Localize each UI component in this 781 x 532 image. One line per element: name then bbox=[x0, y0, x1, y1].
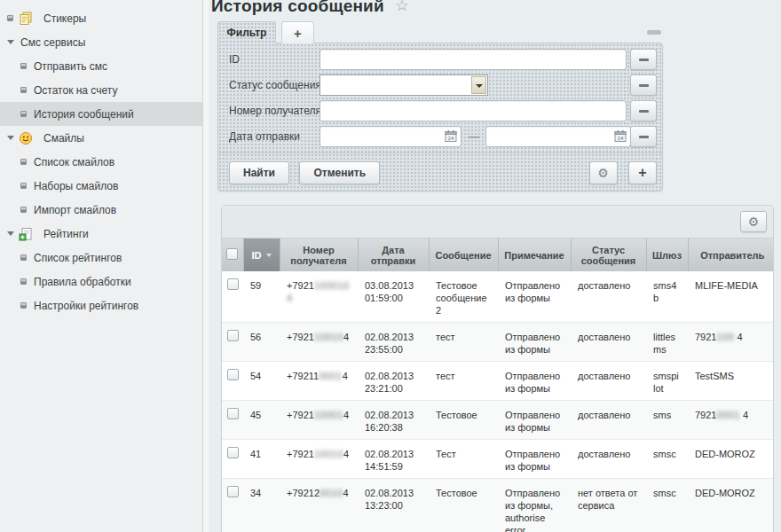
row-checkbox[interactable] bbox=[227, 330, 239, 341]
table-settings-gear-button[interactable]: ⚙ bbox=[740, 211, 767, 232]
obfuscated-digits: 0010 bbox=[320, 488, 343, 498]
field-label: Номер получателя bbox=[229, 100, 316, 117]
favorite-star-icon[interactable]: ☆ bbox=[395, 0, 408, 14]
column-header[interactable]: Статус сообщения bbox=[571, 239, 646, 271]
column-header[interactable]: Шлюз bbox=[646, 239, 688, 271]
cell-recipient: +7921100104 bbox=[280, 440, 358, 479]
cell-gateway: smsc bbox=[646, 440, 688, 479]
cell-checkbox bbox=[222, 323, 243, 362]
add-filter-tab-button[interactable]: + bbox=[281, 21, 314, 43]
plus-icon: + bbox=[638, 165, 646, 180]
sidebar-item[interactable]: Отправить смс bbox=[0, 54, 202, 78]
cell-message: Тестовое bbox=[429, 401, 498, 440]
sidebar-item-label: Импорт смайлов bbox=[34, 204, 116, 216]
cell-sender: DED-MOROZ bbox=[688, 440, 774, 479]
bullet-icon bbox=[20, 301, 28, 309]
cell-note: Отправлено из формы bbox=[498, 362, 571, 401]
date-from-wrap: 24 bbox=[320, 126, 462, 147]
expand-arrow-icon bbox=[7, 230, 15, 238]
column-header[interactable]: ID bbox=[243, 239, 280, 271]
select-all-checkbox[interactable] bbox=[226, 248, 238, 260]
sidebar-item[interactable]: Импорт смайлов bbox=[0, 198, 202, 222]
recipient-number-input[interactable] bbox=[320, 100, 627, 121]
ratings-icon bbox=[19, 227, 33, 241]
cell-date: 03.08.2013 01:59:00 bbox=[358, 271, 429, 323]
column-header[interactable]: Дата отправки bbox=[358, 239, 429, 271]
cell-checkbox bbox=[222, 362, 243, 401]
sidebar-item[interactable]: Рейтинги bbox=[0, 222, 202, 246]
cell-recipient: +7921100014 bbox=[280, 362, 358, 401]
cell-gateway: sms4b bbox=[646, 271, 688, 323]
sidebar-item-label: Список рейтингов bbox=[34, 252, 122, 264]
calendar-icon[interactable]: 24 bbox=[614, 129, 627, 143]
sidebar-item[interactable]: История сообщений bbox=[0, 102, 202, 126]
row-checkbox[interactable] bbox=[227, 486, 239, 497]
cell-gateway: sms bbox=[646, 401, 688, 440]
table-row[interactable]: 45 +7921100014 02.08.2013 16:20:38 Тесто… bbox=[222, 401, 774, 440]
sidebar-item-label: Отправить смс bbox=[34, 60, 107, 73]
messages-table-card: ⚙ IDНомер получателяДата отправкиСообщен… bbox=[221, 205, 774, 532]
sidebar-item[interactable]: Остаток на счету bbox=[0, 78, 202, 102]
filter-row-status: Статус сообщения bbox=[229, 74, 662, 96]
remove-filter-button[interactable] bbox=[630, 100, 657, 121]
cell-date: 02.08.2013 13:23:00 bbox=[358, 479, 429, 532]
row-checkbox[interactable] bbox=[227, 369, 239, 380]
collapse-panel-handle[interactable] bbox=[647, 30, 661, 35]
sidebar-item[interactable]: Правила обработки bbox=[0, 270, 202, 293]
column-header[interactable]: Отправитель bbox=[688, 239, 774, 271]
cell-recipient: +79211000104 bbox=[280, 271, 358, 323]
sidebar-item[interactable]: Стикеры bbox=[0, 6, 202, 30]
table-row[interactable]: 56 +7921100104 02.08.2013 23:55:00 тест … bbox=[222, 323, 774, 362]
sidebar-item[interactable]: Список смайлов bbox=[0, 150, 202, 174]
date-to-input[interactable] bbox=[485, 126, 631, 147]
sidebar-item-label: Смс сервисы bbox=[20, 36, 85, 49]
table-row[interactable]: 54 +7921100014 02.08.2013 23:21:00 тест … bbox=[222, 362, 774, 401]
cancel-button[interactable]: Отменить bbox=[299, 161, 380, 184]
remove-filter-button[interactable] bbox=[630, 74, 657, 96]
row-checkbox[interactable] bbox=[227, 278, 239, 290]
stickers-icon bbox=[19, 12, 33, 26]
calendar-icon[interactable]: 24 bbox=[445, 129, 458, 143]
smileys-icon bbox=[19, 131, 33, 145]
page-head: История сообщений ☆ bbox=[211, 0, 409, 16]
field-label: Дата отправки bbox=[229, 126, 316, 143]
date-from-input[interactable] bbox=[320, 126, 462, 147]
tab-filter[interactable]: Фильтр bbox=[217, 21, 276, 43]
remove-filter-button[interactable] bbox=[630, 49, 657, 70]
field-label: ID bbox=[229, 49, 316, 66]
cell-gateway: littlesms bbox=[646, 323, 688, 362]
select-dropdown-arrow-icon[interactable] bbox=[471, 76, 486, 94]
cell-id: 34 bbox=[243, 479, 280, 532]
svg-text:24: 24 bbox=[618, 136, 624, 141]
main-content: История сообщений ☆ Фильтр + ID Статус с… bbox=[209, 0, 781, 532]
add-condition-button[interactable]: + bbox=[628, 161, 657, 184]
cell-id: 56 bbox=[243, 323, 280, 362]
cell-recipient: +7921100014 bbox=[280, 401, 358, 440]
column-header[interactable]: Номер получателя bbox=[280, 239, 358, 271]
cell-date: 02.08.2013 16:20:38 bbox=[358, 401, 429, 440]
row-checkbox[interactable] bbox=[227, 447, 239, 458]
search-button[interactable]: Найти bbox=[229, 161, 289, 184]
status-select[interactable] bbox=[320, 74, 488, 96]
cell-recipient: +7921100104 bbox=[280, 323, 358, 362]
column-header[interactable]: Примечание bbox=[498, 239, 571, 271]
sidebar-item[interactable]: Смайлы bbox=[0, 126, 202, 150]
sidebar-item[interactable]: Список рейтингов bbox=[0, 246, 202, 270]
cell-gateway: smsc bbox=[646, 479, 688, 532]
bullet-icon bbox=[20, 206, 28, 214]
sidebar-item[interactable]: Наборы смайлов bbox=[0, 174, 202, 198]
table-row[interactable]: 59 +79211000104 03.08.2013 01:59:00 Тест… bbox=[222, 271, 774, 323]
obfuscated-digits: 10010 bbox=[314, 449, 343, 459]
table-row[interactable]: 41 +7921100104 02.08.2013 14:51:59 Тест … bbox=[222, 440, 774, 479]
sidebar-item[interactable]: Настройки рейтингов bbox=[0, 293, 202, 317]
cell-checkbox bbox=[222, 479, 243, 532]
sidebar-item[interactable]: Смс сервисы bbox=[0, 30, 202, 54]
table-row[interactable]: 34 +7921200104 02.08.2013 13:23:00 Тесто… bbox=[222, 479, 774, 532]
column-header[interactable]: Сообщение bbox=[429, 239, 498, 271]
settings-gear-button[interactable]: ⚙ bbox=[589, 161, 618, 184]
tab-filter-label: Фильтр bbox=[227, 27, 267, 39]
row-checkbox[interactable] bbox=[227, 408, 239, 419]
cell-id: 41 bbox=[243, 440, 280, 479]
id-input[interactable] bbox=[320, 49, 627, 70]
remove-filter-button[interactable] bbox=[630, 126, 657, 147]
